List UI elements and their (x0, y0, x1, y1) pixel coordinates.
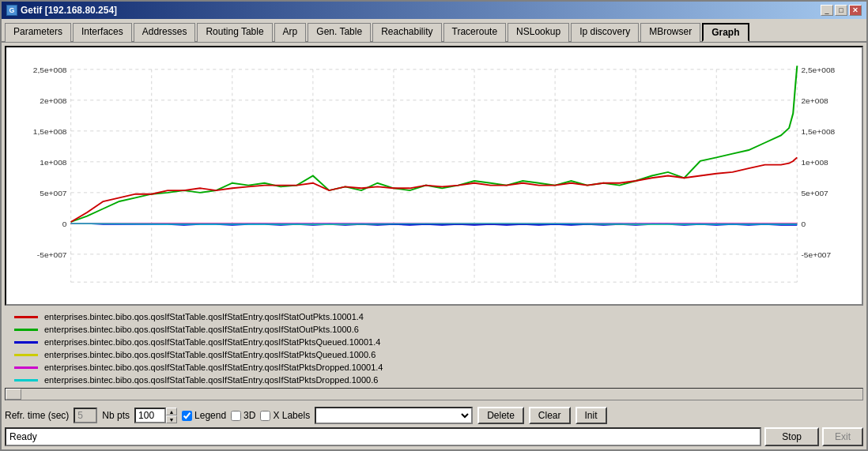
legend-label: enterprises.bintec.bibo.qos.qosIfStatTab… (44, 312, 364, 321)
tab-nslookup[interactable]: NSLookup (508, 23, 569, 42)
controls-bar: Refr. time (sec) Nb pts ▲ ▼ Legend 3D X (5, 404, 863, 427)
svg-text:-5e+007: -5e+007 (801, 250, 831, 258)
tab-addresses[interactable]: Addresses (134, 23, 196, 42)
title-bar: G Getif [192.168.80.254] _ □ ✕ (2, 2, 866, 19)
legend-item: enterprises.bintec.bibo.qos.qosIfStatTab… (14, 337, 854, 347)
stop-button[interactable]: Stop (764, 427, 819, 446)
refr-time-input[interactable] (74, 408, 97, 423)
svg-text:-5e+007: -5e+007 (37, 250, 67, 258)
tab-ip-discovery[interactable]: Ip discovery (571, 23, 639, 42)
legend-checkbox[interactable] (182, 411, 192, 421)
legend-area: enterprises.bintec.bibo.qos.qosIfStatTab… (5, 306, 863, 388)
legend-item: enterprises.bintec.bibo.qos.qosIfStatTab… (14, 325, 854, 334)
svg-text:5e+007: 5e+007 (40, 189, 66, 197)
legend-label: enterprises.bintec.bibo.qos.qosIfStatTab… (44, 337, 380, 347)
spinner-buttons: ▲ ▼ (166, 408, 177, 423)
svg-rect-0 (6, 47, 862, 304)
tab-traceroute[interactable]: Traceroute (443, 23, 507, 42)
content-area: 2,5e+008 2e+008 1,5e+008 1e+008 5e+007 0… (2, 43, 866, 449)
svg-text:1e+008: 1e+008 (40, 158, 66, 166)
svg-text:1e+008: 1e+008 (801, 158, 828, 166)
status-text: Ready (5, 427, 761, 446)
status-bar: Ready Stop Exit (5, 427, 863, 446)
svg-text:2e+008: 2e+008 (40, 96, 66, 104)
xlabels-checkbox-label: X Labels (273, 410, 310, 421)
legend-color (14, 379, 38, 381)
3d-checkbox[interactable] (231, 411, 241, 421)
minimize-button[interactable]: _ (821, 5, 833, 16)
app-icon: G (6, 5, 17, 16)
svg-text:5e+007: 5e+007 (801, 189, 828, 197)
legend-color (14, 341, 38, 344)
tab-arp[interactable]: Arp (274, 23, 307, 42)
tab-reachability[interactable]: Reachability (372, 23, 441, 42)
main-window: G Getif [192.168.80.254] _ □ ✕ Parameter… (0, 0, 868, 451)
close-button[interactable]: ✕ (849, 5, 862, 16)
graph-container: 2,5e+008 2e+008 1,5e+008 1e+008 5e+007 0… (5, 46, 863, 306)
exit-button[interactable]: Exit (822, 427, 863, 446)
svg-text:2,5e+008: 2,5e+008 (801, 66, 835, 73)
legend-label: enterprises.bintec.bibo.qos.qosIfStatTab… (44, 350, 376, 359)
legend-label: enterprises.bintec.bibo.qos.qosIfStatTab… (44, 363, 383, 372)
legend-item: enterprises.bintec.bibo.qos.qosIfStatTab… (14, 363, 854, 372)
tab-graph[interactable]: Graph (702, 23, 749, 42)
legend-color (14, 354, 38, 356)
legend-color (14, 329, 38, 331)
spinner-up-button[interactable]: ▲ (166, 408, 177, 415)
tab-gen--table[interactable]: Gen. Table (308, 23, 371, 42)
init-button[interactable]: Init (576, 407, 607, 424)
window-title: Getif [192.168.80.254] (21, 5, 117, 16)
svg-text:1,5e+008: 1,5e+008 (801, 127, 835, 135)
title-bar-left: G Getif [192.168.80.254] (6, 5, 117, 16)
series-dropdown[interactable] (315, 407, 473, 424)
delete-button[interactable]: Delete (477, 407, 524, 424)
legend-item: enterprises.bintec.bibo.qos.qosIfStatTab… (14, 375, 854, 385)
svg-text:2,5e+008: 2,5e+008 (33, 66, 67, 73)
tab-mbrowser[interactable]: MBrowser (640, 23, 700, 42)
xlabels-checkbox[interactable] (260, 411, 270, 421)
refr-time-label: Refr. time (sec) (5, 410, 69, 421)
xlabels-checkbox-wrap[interactable]: X Labels (260, 410, 310, 421)
svg-text:1,5e+008: 1,5e+008 (33, 127, 67, 135)
nb-pts-spinner: ▲ ▼ (134, 408, 177, 423)
legend-checkbox-label: Legend (194, 410, 226, 421)
legend-label: enterprises.bintec.bibo.qos.qosIfStatTab… (44, 375, 378, 385)
legend-item: enterprises.bintec.bibo.qos.qosIfStatTab… (14, 312, 854, 321)
maximize-button[interactable]: □ (835, 5, 847, 16)
graph-chart: 2,5e+008 2e+008 1,5e+008 1e+008 5e+007 0… (6, 47, 862, 304)
svg-text:0: 0 (62, 220, 67, 227)
spinner-down-button[interactable]: ▼ (166, 415, 177, 423)
legend-label: enterprises.bintec.bibo.qos.qosIfStatTab… (44, 325, 359, 334)
legend-color (14, 316, 38, 318)
svg-text:2e+008: 2e+008 (801, 96, 828, 104)
nb-pts-label: Nb pts (102, 410, 130, 421)
tabs-bar: ParametersInterfacesAddressesRouting Tab… (2, 19, 866, 43)
legend-item: enterprises.bintec.bibo.qos.qosIfStatTab… (14, 350, 854, 359)
nb-pts-input[interactable] (134, 408, 166, 423)
tab-parameters[interactable]: Parameters (5, 23, 71, 42)
svg-text:0: 0 (801, 220, 806, 227)
horizontal-scrollbar[interactable] (5, 388, 863, 400)
3d-checkbox-label: 3D (243, 410, 255, 421)
status-message: Ready (9, 431, 37, 442)
tab-interfaces[interactable]: Interfaces (73, 23, 132, 42)
legend-color (14, 366, 38, 369)
scrollbar-thumb[interactable] (6, 389, 21, 400)
clear-button[interactable]: Clear (529, 407, 571, 424)
title-buttons: _ □ ✕ (821, 5, 862, 16)
tab-routing-table[interactable]: Routing Table (197, 23, 272, 42)
legend-checkbox-wrap[interactable]: Legend (182, 410, 226, 421)
3d-checkbox-wrap[interactable]: 3D (231, 410, 255, 421)
